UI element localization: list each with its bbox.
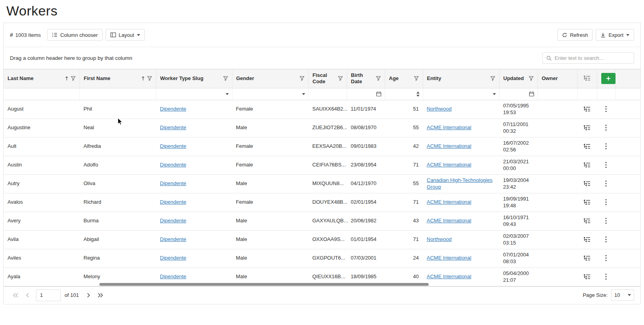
column-chooser-label: Column chooser	[60, 32, 98, 38]
row-menu-button[interactable]	[604, 272, 608, 281]
hierarchy-button[interactable]	[582, 198, 592, 206]
table-row[interactable]: Avalos Richard Dipendente Female DOUYEX4…	[4, 193, 640, 212]
filter-fiscal-code-input[interactable]	[312, 91, 344, 97]
column-header-owner[interactable]: Owner	[538, 69, 577, 88]
spin-up-icon[interactable]	[416, 92, 420, 94]
filter-gender-input[interactable]	[236, 91, 300, 97]
search-input[interactable]	[555, 55, 630, 61]
entity-link[interactable]: ACME International	[427, 199, 471, 205]
filter-birth-date-input[interactable]	[350, 91, 374, 97]
hierarchy-button[interactable]	[582, 216, 592, 225]
table-row[interactable]: Avery Burma Dipendente Male GAXYAULQB...…	[4, 212, 640, 230]
filter-funnel-icon[interactable]	[300, 76, 304, 81]
worker-type-link[interactable]: Dipendente	[160, 236, 186, 242]
table-row[interactable]: August Phil Dipendente Female SAUIXX64B2…	[4, 100, 640, 119]
filter-funnel-icon[interactable]	[490, 76, 495, 81]
hierarchy-button[interactable]	[582, 105, 592, 113]
entity-link[interactable]: ACME International	[427, 143, 471, 149]
column-header-entity[interactable]: Entity	[423, 69, 499, 88]
hierarchy-button[interactable]	[582, 161, 592, 169]
filter-funnel-icon[interactable]	[147, 76, 152, 81]
filter-updated-input[interactable]	[503, 91, 527, 97]
dropdown-caret-icon[interactable]	[302, 93, 305, 95]
table-row[interactable]: Austin Adolfo Dipendente Female CEIFIA76…	[4, 156, 640, 174]
column-header-last-name[interactable]: Last Name	[4, 69, 80, 88]
horizontal-scrollbar-thumb[interactable]	[99, 283, 429, 286]
entity-link[interactable]: ACME International	[427, 162, 471, 168]
entity-link[interactable]: Northwood	[427, 236, 452, 242]
entity-link[interactable]: Canadian High-Technologies Group	[427, 177, 492, 190]
page-number-input[interactable]	[36, 289, 61, 301]
hierarchy-button[interactable]	[582, 272, 592, 281]
filter-entity-input[interactable]	[426, 91, 491, 97]
hierarchy-button[interactable]	[582, 254, 592, 262]
worker-type-link[interactable]: Dipendente	[160, 199, 186, 205]
filter-funnel-icon[interactable]	[414, 76, 419, 81]
entity-link[interactable]: ACME International	[427, 218, 471, 224]
worker-type-link[interactable]: Dipendente	[160, 143, 186, 149]
dropdown-caret-icon[interactable]	[226, 93, 229, 95]
row-menu-button[interactable]	[604, 179, 608, 188]
export-button[interactable]: Export	[596, 29, 634, 41]
layout-button[interactable]: Layout	[106, 29, 145, 41]
last-page-button[interactable]	[95, 290, 106, 301]
page-size-select[interactable]: 10	[611, 289, 634, 301]
row-menu-button[interactable]	[604, 197, 608, 207]
entity-link[interactable]: ACME International	[427, 124, 471, 130]
worker-type-link[interactable]: Dipendente	[160, 162, 186, 168]
row-menu-button[interactable]	[604, 141, 608, 151]
add-row-button[interactable]	[601, 73, 616, 84]
filter-first-name-input[interactable]	[83, 91, 153, 97]
filter-funnel-icon[interactable]	[529, 76, 534, 81]
column-header-fiscal-code[interactable]: Fiscal Code	[308, 69, 347, 88]
worker-type-link[interactable]: Dipendente	[160, 273, 186, 279]
table-row[interactable]: Augustine Neal Dipendente Male ZUEJIOT2B…	[4, 119, 640, 137]
calendar-icon[interactable]	[529, 91, 534, 97]
hierarchy-button[interactable]	[582, 179, 592, 188]
prev-page-button[interactable]	[22, 290, 33, 301]
entity-link[interactable]: ACME International	[427, 273, 471, 279]
row-menu-button[interactable]	[604, 216, 608, 226]
filter-worker-type-input[interactable]	[160, 91, 224, 97]
hierarchy-button[interactable]	[582, 235, 592, 244]
entity-link[interactable]: Northwood	[427, 106, 452, 112]
worker-type-link[interactable]: Dipendente	[160, 124, 186, 130]
refresh-button[interactable]: Refresh	[557, 29, 593, 41]
row-menu-button[interactable]	[604, 160, 608, 170]
worker-type-link[interactable]: Dipendente	[160, 255, 186, 261]
filter-last-name-input[interactable]	[7, 91, 76, 97]
column-header-birth-date[interactable]: Birth Date	[347, 69, 385, 88]
next-page-button[interactable]	[83, 290, 94, 301]
cell-worker-type-slug: Dipendente	[156, 249, 232, 268]
table-row[interactable]: Ault Alfredia Dipendente Female EEXSAA20…	[4, 137, 640, 156]
column-header-gender[interactable]: Gender	[232, 69, 308, 88]
table-row[interactable]: Aviles Regina Dipendente Male GXGPOUT6..…	[4, 249, 640, 268]
filter-funnel-icon[interactable]	[376, 76, 381, 81]
first-page-button[interactable]	[10, 290, 21, 301]
filter-funnel-icon[interactable]	[71, 76, 76, 81]
hierarchy-button[interactable]	[582, 142, 592, 151]
worker-type-link[interactable]: Dipendente	[160, 180, 186, 186]
filter-funnel-icon[interactable]	[223, 76, 228, 81]
filter-funnel-icon[interactable]	[338, 76, 343, 81]
row-menu-button[interactable]	[604, 253, 608, 263]
row-menu-button[interactable]	[604, 235, 608, 244]
spin-down-icon[interactable]	[416, 95, 420, 97]
table-row[interactable]: Autry Oliva Dipendente Male MIXQUUN8... …	[4, 174, 640, 193]
row-menu-button[interactable]	[604, 104, 608, 114]
column-header-age[interactable]: Age	[385, 69, 423, 88]
worker-type-link[interactable]: Dipendente	[160, 106, 186, 112]
dropdown-caret-icon[interactable]	[493, 93, 496, 95]
entity-link[interactable]: ACME International	[427, 255, 471, 261]
row-menu-button[interactable]	[604, 123, 608, 132]
column-header-updated[interactable]: Updated	[499, 69, 538, 88]
column-chooser-button[interactable]: Column chooser	[47, 29, 103, 41]
hierarchy-button[interactable]	[582, 123, 592, 132]
calendar-icon[interactable]	[376, 91, 382, 97]
filter-owner-input[interactable]	[541, 91, 574, 97]
table-row[interactable]: Avila Abigail Dipendente Male OXXOAA9S..…	[4, 230, 640, 249]
column-header-first-name[interactable]: First Name	[80, 69, 156, 88]
filter-age-input[interactable]	[388, 91, 415, 97]
column-header-worker-type-slug[interactable]: Worker Type Slug	[156, 69, 232, 88]
worker-type-link[interactable]: Dipendente	[160, 218, 186, 224]
